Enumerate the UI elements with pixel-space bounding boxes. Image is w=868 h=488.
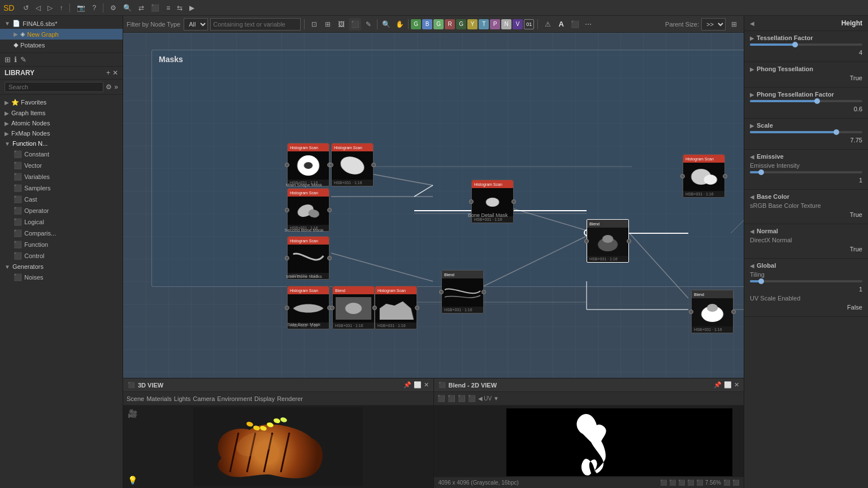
lib-section-functionnodes[interactable]: ▼ Function N... (0, 138, 123, 149)
node-graph[interactable]: Masks (123, 33, 744, 378)
node-n9[interactable]: Blend HSB+031 · 1:16 (332, 286, 375, 329)
toolbar-btn-back[interactable]: ◁ (33, 3, 43, 13)
prop-phong-tess-header[interactable]: ▶ Phong Tessellation (750, 66, 862, 72)
ng-icon-num[interactable]: 01 (524, 19, 534, 29)
view-3d-close[interactable]: ✕ (424, 381, 429, 389)
lib-item-logical[interactable]: ⬛ Logical (0, 216, 123, 228)
node-n13-port-left[interactable] (689, 310, 693, 314)
lib-item-function[interactable]: ⬛ Function (0, 239, 123, 250)
node-n11[interactable]: Histogram Scan HSB+031 · 1:16 (683, 154, 725, 198)
node-n6[interactable]: Blend HSB+031 · 1:16 (587, 219, 629, 263)
view-3d-content[interactable]: 🎥 💡 (123, 406, 433, 488)
tree-item-newgraph[interactable]: ▶ ◈ New Graph (0, 29, 123, 40)
lib-item-control[interactable]: ⬛ Control (0, 250, 123, 262)
node-n9-port-left[interactable] (330, 306, 335, 310)
ng-icon-green3[interactable]: G (456, 19, 466, 29)
view-2d-status-btn7[interactable]: ⬛ (732, 480, 739, 486)
node-n10-port-left[interactable] (372, 306, 377, 310)
ng-icon-pan[interactable]: ✋ (393, 18, 406, 30)
lib-section-graphitems[interactable]: ▶ Graph Items (0, 108, 123, 118)
toolbar-btn-settings[interactable]: ⚙ (108, 3, 119, 13)
sidebar-icon-graph[interactable]: ⊞ (5, 55, 11, 64)
ng-icon-yellow1[interactable]: Y (467, 19, 478, 29)
view-2d-status-btn6[interactable]: ⬛ (723, 480, 730, 486)
node-n7-port-left[interactable] (439, 290, 444, 294)
toolbar-btn-zoom[interactable]: 🔍 (121, 3, 134, 13)
node-n2-port-left[interactable] (329, 163, 333, 167)
node-n13[interactable]: Blend HSB+031 · 1:16 (691, 290, 734, 333)
lib-section-favorites[interactable]: ▶ ⭐ Favorites (0, 97, 123, 108)
view-2d-tb-btn4[interactable]: ⬛ (468, 395, 476, 402)
prop-normal-header[interactable]: ◀ Normal (750, 228, 862, 234)
lib-item-comparis[interactable]: ⬛ Comparis... (0, 228, 123, 239)
toolbar-btn-menu[interactable]: ≡ (164, 3, 172, 13)
prop-base-color-header[interactable]: ◀ Base Color (750, 193, 862, 200)
prop-tessellation-factor-header[interactable]: ▶ Tessellation Factor (750, 34, 862, 41)
sidebar-icon-edit[interactable]: ✎ (20, 55, 27, 64)
prop-emissive-slider[interactable] (750, 171, 862, 173)
ng-icon-teal1[interactable]: T (479, 19, 489, 29)
prop-scale-header[interactable]: ▶ Scale (750, 122, 862, 129)
ng-icon-arrange[interactable]: ⬛ (568, 18, 581, 30)
toolbar-btn-camera[interactable]: 📷 (75, 3, 88, 13)
view-2d-status-btn5[interactable]: ⬛ (696, 480, 703, 486)
tree-item-potatoes[interactable]: ◆ Potatoes (0, 40, 123, 50)
node-n2[interactable]: Histogram Scan HSB+031 · 1:16 (331, 143, 374, 186)
node-n7-port-right[interactable] (481, 290, 486, 294)
prop-phong-tess-factor-header[interactable]: ▶ Phong Tessellation Factor (750, 91, 862, 98)
lib-item-constant[interactable]: ⬛ Constant (0, 149, 123, 160)
node-n10[interactable]: Histogram Scan HSB+031 · 1:16 (375, 286, 417, 329)
lib-item-samplers[interactable]: ⬛ Samplers (0, 182, 123, 194)
node-n8-port-left[interactable] (285, 306, 289, 310)
view-3d-tb-materials[interactable]: Materials (146, 395, 172, 402)
prop-tessellation-slider[interactable] (750, 43, 862, 46)
node-graph-wrapper[interactable]: Masks (123, 33, 744, 378)
ng-icon-blue1[interactable]: B (422, 19, 432, 29)
node-n5-port-right[interactable] (327, 256, 332, 260)
filter-type-select[interactable]: All (184, 18, 208, 30)
view-2d-content[interactable] (434, 406, 744, 477)
view-2d-status-btn2[interactable]: ⬛ (669, 480, 676, 486)
ng-icon-expand[interactable]: ⊞ (728, 18, 740, 30)
parent-size-select[interactable]: >> (701, 18, 726, 30)
library-search-input[interactable] (5, 82, 103, 92)
node-n11-port-right[interactable] (723, 174, 727, 178)
node-n1[interactable]: Histogram Scan HSB+031 · 1:16 (287, 143, 329, 186)
view-3d-pin[interactable]: 📌 (403, 381, 411, 389)
prop-emissive-handle[interactable] (758, 169, 764, 175)
ng-icon-more[interactable]: ⋯ (582, 18, 594, 30)
toolbar-btn-link[interactable]: ⇆ (175, 3, 185, 13)
prop-scale-slider[interactable] (750, 131, 862, 133)
toolbar-btn-render[interactable]: ▶ (187, 3, 197, 13)
sidebar-icon-info[interactable]: ℹ (14, 55, 17, 64)
prop-phong-factor-slider[interactable] (750, 100, 862, 102)
prop-tessellation-handle[interactable] (792, 42, 798, 47)
search-expand-btn[interactable]: » (114, 83, 118, 91)
ng-icon-letter-A[interactable]: A (555, 18, 567, 30)
ng-icon-layout[interactable]: ⊞ (322, 18, 334, 30)
node-n6-port-left[interactable] (584, 239, 589, 243)
node-n1-port-left[interactable] (285, 163, 289, 167)
view-3d-tb-renderer[interactable]: Renderer (277, 395, 303, 402)
toolbar-btn-swap[interactable]: ⇄ (136, 3, 146, 13)
filter-text-input[interactable] (210, 18, 301, 30)
prop-phong-factor-handle[interactable] (814, 98, 820, 104)
view-2d-close[interactable]: ✕ (734, 381, 739, 389)
node-n4-port-right[interactable] (511, 199, 516, 204)
ng-icon-warn[interactable]: ⚠ (541, 18, 554, 30)
node-n3-port-left[interactable] (285, 208, 289, 212)
ng-icon-purple1[interactable]: P (490, 19, 500, 29)
lib-section-atomicnodes[interactable]: ▶ Atomic Nodes (0, 118, 123, 128)
prop-global-header[interactable]: ◀ Global (750, 262, 862, 269)
lib-section-fxmapnodes[interactable]: ▶ FxMap Nodes (0, 128, 123, 138)
view-2d-pin[interactable]: 📌 (714, 381, 722, 389)
view-3d-tb-scene[interactable]: Scene (127, 395, 144, 402)
node-n3[interactable]: Histogram Scan HSB+031 · 1:16 (287, 188, 329, 232)
ng-icon-green1[interactable]: G (411, 19, 421, 29)
lib-item-cast[interactable]: ⬛ Cast (0, 194, 123, 205)
library-close-btn[interactable]: ✕ (112, 69, 118, 77)
node-n7[interactable]: Blend HSB+031 · 1:16 (441, 270, 484, 313)
file-tree-root[interactable]: ▼ 📄 FINAL6.sbs* (0, 18, 123, 29)
ng-icon-pencil[interactable]: ✎ (362, 18, 375, 30)
view-2d-status-btn3[interactable]: ⬛ (678, 480, 685, 486)
